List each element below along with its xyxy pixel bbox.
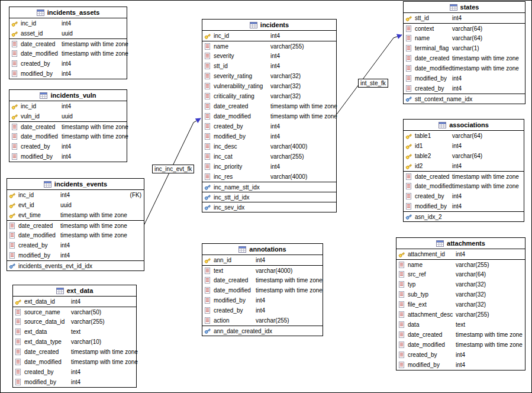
column-row-date_created[interactable]: date_createdtimestamp with time zone: [404, 171, 524, 181]
column-row-name[interactable]: namevarchar(64): [404, 33, 525, 43]
column-row-date_created[interactable]: date_createdtimestamp with time zone: [9, 38, 127, 49]
key-row-table1[interactable]: table1varchar(64): [404, 131, 524, 141]
index-row-stt_context_name_idx[interactable]: stt_context_name_idx: [404, 94, 525, 104]
entity-associations[interactable]: associationstable1varchar(64)id1int4tabl…: [403, 119, 524, 222]
column-row-created_by[interactable]: created_byint4: [9, 59, 127, 69]
column-row-inc_cat[interactable]: inc_catvarchar(255): [202, 152, 336, 162]
column-row-severity_rating[interactable]: severity_ratingvarchar(32): [202, 71, 336, 81]
index-row-inc_name_stt_idx[interactable]: inc_name_stt_idx: [202, 182, 336, 192]
column-row-date_created[interactable]: date_createdtimestamp with time zone: [13, 347, 136, 357]
column-row-context[interactable]: contextvarchar(64): [404, 23, 525, 33]
column-row-modified_by[interactable]: modified_byint4: [404, 201, 524, 211]
key-row-ext_data_id[interactable]: ext_data_idint4: [13, 297, 136, 307]
column-row-date_modified[interactable]: date_modifiedtimestamp with time zone: [9, 49, 127, 59]
column-row-date_created[interactable]: date_createdtimestamp with time zone: [7, 220, 144, 230]
column-row-created_by[interactable]: created_byint4: [404, 83, 525, 94]
column-row-name[interactable]: namevarchar(255): [396, 259, 525, 269]
column-row-date_modified[interactable]: date_modifiedtimestamp with time zone: [202, 285, 323, 295]
key-row-stt_id[interactable]: stt_idint4: [404, 13, 525, 23]
index-row-ann_date_created_idx[interactable]: ann_date_created_idx: [202, 326, 323, 336]
column-row-date_modified[interactable]: date_modifiedtimestamp with time zone: [13, 357, 136, 367]
column-row-attachment_desc[interactable]: attachment_descvarchar(255): [396, 310, 525, 320]
entity-title-bar[interactable]: ext_data: [13, 285, 136, 297]
column-row-created_by[interactable]: created_byint4: [9, 141, 127, 152]
key-row-table2[interactable]: table2varchar(64): [404, 151, 524, 161]
entity-title-bar[interactable]: incidents_assets: [9, 7, 127, 18]
key-row-id1[interactable]: id1int4: [404, 141, 524, 151]
entity-title-bar[interactable]: annotations: [202, 244, 323, 255]
entity-annotations[interactable]: annotationsann_idint4textvarchar(4000)da…: [202, 243, 323, 336]
column-row-date_modified[interactable]: date_modifiedtimestamp with time zone: [404, 181, 524, 191]
index-row-inc_sev_idx[interactable]: inc_sev_idx: [202, 202, 336, 212]
column-row-action[interactable]: actionvarchar(255): [202, 315, 323, 326]
relationship-label[interactable]: inc_inc_evt_fk: [152, 165, 194, 173]
key-row-id2[interactable]: id2int4: [404, 161, 524, 171]
entity-title-bar[interactable]: attachments: [396, 238, 525, 249]
column-row-vulnerability_rating[interactable]: vulnerability_ratingvarchar(32): [202, 81, 336, 91]
key-row-inc_id[interactable]: inc_idint4: [9, 18, 127, 28]
column-row-modified_by[interactable]: modified_byint4: [396, 360, 525, 370]
relationship-line-int_ste_fk[interactable]: [337, 35, 402, 114]
key-row-inc_id[interactable]: inc_idint4(FK): [7, 190, 144, 200]
column-row-modified_by[interactable]: modified_byint4: [9, 152, 127, 162]
column-row-source_data_id[interactable]: source_data_idvarchar(255): [13, 317, 136, 327]
column-row-src_ref[interactable]: src_refvarchar(64): [396, 269, 525, 279]
index-row-inc_stt_id_idx[interactable]: inc_stt_id_idx: [202, 192, 336, 202]
index-row-asn_idx_2[interactable]: asn_idx_2: [404, 211, 524, 221]
column-row-source_name[interactable]: source_namevarchar(50): [13, 307, 136, 317]
column-row-modified_by[interactable]: modified_byint4: [202, 131, 336, 141]
key-row-asset_id[interactable]: asset_iduuid: [9, 28, 127, 38]
entity-title-bar[interactable]: incidents_events: [7, 179, 144, 190]
column-row-modified_by[interactable]: modified_byint4: [202, 295, 323, 305]
entity-attachments[interactable]: attachmentsattachment_idint4namevarchar(…: [396, 237, 525, 371]
column-row-inc_res[interactable]: inc_resvarchar(4000): [202, 172, 336, 182]
column-row-modified_by[interactable]: modified_byint4: [404, 73, 525, 83]
entity-incidents_assets[interactable]: incidents_assetsinc_idint4asset_iduuidda…: [9, 7, 127, 79]
column-row-modified_by[interactable]: modified_byint4: [7, 250, 144, 260]
entity-incidents[interactable]: incidentsinc_idint4namevarchar(255)sever…: [202, 19, 337, 212]
column-row-date_created[interactable]: date_createdtimestamp with time zone: [404, 53, 525, 63]
key-row-evt_time[interactable]: evt_timetimestamp with time zone: [7, 210, 144, 220]
entity-title-bar[interactable]: states: [404, 2, 525, 13]
key-row-inc_id[interactable]: inc_idint4: [9, 101, 127, 111]
column-row-date_modified[interactable]: date_modifiedtimestamp with time zone: [202, 111, 336, 121]
entity-incidents_vuln[interactable]: incidents_vulninc_idint4vuln_iduuiddate_…: [9, 89, 127, 162]
key-row-ann_id[interactable]: ann_idint4: [202, 255, 323, 265]
column-row-created_by[interactable]: created_byint4: [7, 240, 144, 250]
key-row-attachment_id[interactable]: attachment_idint4: [396, 249, 525, 259]
column-row-date_created[interactable]: date_createdtimestamp with time zone: [9, 121, 127, 131]
column-row-criticality_rating[interactable]: criticality_ratingvarchar(32): [202, 91, 336, 101]
column-row-typ[interactable]: typvarchar(32): [396, 279, 525, 289]
column-row-inc_priority[interactable]: inc_priorityint4: [202, 162, 336, 172]
column-row-file_ext[interactable]: file_extvarchar(32): [396, 299, 525, 310]
entity-states[interactable]: statesstt_idint4contextvarchar(64)nameva…: [403, 1, 525, 104]
column-row-ext_data_type[interactable]: ext_data_typevarchar(10): [13, 337, 136, 347]
key-row-evt_id[interactable]: evt_iduuid: [7, 200, 144, 210]
entity-title-bar[interactable]: incidents: [202, 20, 336, 31]
key-row-inc_id[interactable]: inc_idint4: [202, 31, 336, 41]
entity-title-bar[interactable]: associations: [404, 120, 524, 131]
column-row-data[interactable]: datatext: [396, 320, 525, 330]
column-row-date_modified[interactable]: date_modifiedtimestamp with time zone: [396, 340, 525, 350]
column-row-severity[interactable]: severityint4: [202, 51, 336, 61]
column-row-ext_data[interactable]: ext_datatext: [13, 327, 136, 337]
column-row-stt_id[interactable]: stt_idint4: [202, 61, 336, 71]
index-row-incidents_events_evt_id_idx[interactable]: incidents_events_evt_id_idx: [7, 260, 144, 270]
entity-title-bar[interactable]: incidents_vuln: [9, 90, 127, 101]
column-row-name[interactable]: namevarchar(255): [202, 41, 336, 51]
entity-incidents_events[interactable]: incidents_eventsinc_idint4(FK)evt_iduuid…: [7, 178, 144, 271]
column-row-date_modified[interactable]: date_modifiedtimestamp with time zone: [404, 63, 525, 73]
column-row-created_by[interactable]: created_byint4: [396, 350, 525, 360]
key-row-vuln_id[interactable]: vuln_iduuid: [9, 111, 127, 121]
column-row-created_by[interactable]: created_byint4: [13, 367, 136, 377]
column-row-date_modified[interactable]: date_modifiedtimestamp with time zone: [7, 230, 144, 240]
column-row-inc_desc[interactable]: inc_descvarchar(4000): [202, 141, 336, 152]
column-row-date_created[interactable]: date_createdtimestamp with time zone: [202, 275, 323, 285]
column-row-modified_by[interactable]: modified_byint4: [13, 377, 136, 387]
column-row-modified_by[interactable]: modified_byint4: [9, 69, 127, 79]
column-row-created_by[interactable]: created_byint4: [404, 191, 524, 201]
column-row-date_created[interactable]: date_createdtimestamp with time zone: [396, 330, 525, 340]
column-row-text[interactable]: textvarchar(4000): [202, 265, 323, 275]
column-row-date_modified[interactable]: date_modifiedtimestamp with time zone: [9, 131, 127, 141]
column-row-created_by[interactable]: created_byint4: [202, 121, 336, 131]
